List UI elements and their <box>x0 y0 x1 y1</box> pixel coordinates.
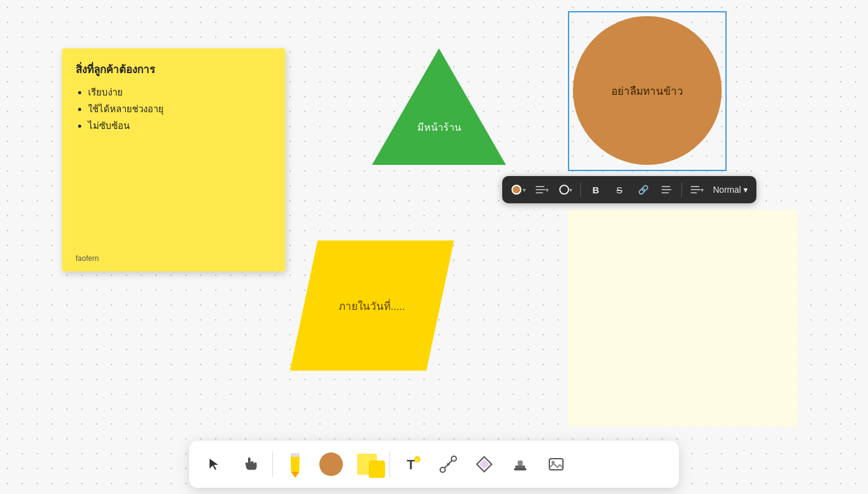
text-align-chevron: ▾ <box>701 187 704 193</box>
stamp-tool-button[interactable] <box>504 448 536 480</box>
image-tool-button[interactable] <box>540 448 572 480</box>
color-dot <box>512 185 521 195</box>
toolbar-divider-1 <box>580 182 581 197</box>
triangle-shape <box>372 48 506 165</box>
pencil-tool-button[interactable] <box>279 448 311 480</box>
svg-rect-14 <box>514 468 526 470</box>
svg-marker-0 <box>210 459 218 470</box>
svg-text:+: + <box>415 457 418 463</box>
text-align-icon <box>691 186 701 193</box>
image-icon <box>547 456 565 473</box>
bottom-toolbar-divider-2 <box>389 451 390 477</box>
parallelogram-container[interactable]: ภายในวันที่..... <box>304 240 440 371</box>
bold-icon: B <box>593 185 600 195</box>
align-button[interactable]: ▾ <box>531 179 553 201</box>
triangle-shape-container[interactable]: มีหน้าร้าน <box>372 48 506 165</box>
select-tool-button[interactable] <box>198 448 230 480</box>
parallelogram-shape: ภายในวันที่..... <box>290 240 454 371</box>
stroke-chevron: ▾ <box>569 187 572 193</box>
svg-rect-3 <box>291 453 299 457</box>
color-chevron: ▾ <box>523 187 526 193</box>
hand-tool-button[interactable] <box>234 448 266 480</box>
note-author: faofern <box>76 254 99 263</box>
mini-circle-icon <box>319 452 343 476</box>
style-dropdown[interactable]: Normal ▾ <box>709 185 751 195</box>
sticky-note-list: เรียบง่าย ใช้ได้หลายช่วงอายุ ไม่ซับซ้อน <box>76 84 272 134</box>
more-icon <box>476 456 493 473</box>
text-tool-button[interactable]: T + <box>396 448 428 480</box>
stroke-button[interactable]: ▾ <box>554 179 577 201</box>
list-icon <box>662 186 671 193</box>
bold-button[interactable]: B <box>585 179 607 201</box>
sticky-note-main[interactable]: สิ่งที่ลูกค้าต้องการ เรียบง่าย ใช้ได้หลา… <box>62 48 285 271</box>
triangle-label: มีหน้าร้าน <box>417 120 461 135</box>
text-align-button[interactable]: ▾ <box>686 179 708 201</box>
list-item: ไม่ซับซ้อน <box>88 117 272 134</box>
svg-marker-2 <box>291 472 299 478</box>
color-picker-button[interactable]: ▾ <box>507 179 529 201</box>
align-chevron: ▾ <box>546 187 549 193</box>
light-rectangle[interactable] <box>568 210 797 426</box>
link-icon: 🔗 <box>638 185 649 195</box>
svg-rect-15 <box>549 459 563 470</box>
pencil-icon <box>286 451 304 478</box>
bottom-toolbar-divider-1 <box>272 451 273 477</box>
bottom-toolbar: T + <box>189 441 679 488</box>
floating-toolbar: ▾ ▾ ▾ B S 🔗 ▾ Normal ▾ <box>502 176 756 203</box>
list-item: ใช้ได้หลายช่วงอายุ <box>88 100 272 117</box>
sticky-note-title: สิ่งที่ลูกค้าต้องการ <box>76 61 272 77</box>
svg-rect-13 <box>518 461 523 465</box>
mini-sticky2-icon <box>369 461 385 478</box>
svg-text:T: T <box>407 457 415 472</box>
circle-tool-button[interactable] <box>315 448 347 480</box>
more-tool-button[interactable] <box>468 448 500 480</box>
sticky-tool-button[interactable] <box>351 448 383 480</box>
style-label: Normal <box>713 185 741 195</box>
circle-shape-container[interactable]: อย่าลืมทานข้าว <box>573 16 722 165</box>
list-item: เรียบง่าย <box>88 84 272 100</box>
connector-tool-button[interactable] <box>432 448 464 480</box>
align-icon <box>536 186 546 193</box>
hand-icon <box>243 457 257 471</box>
strikethrough-icon: S <box>616 185 622 195</box>
stroke-icon <box>559 185 569 195</box>
svg-rect-12 <box>515 465 525 468</box>
strikethrough-button[interactable]: S <box>608 179 631 201</box>
stamp-icon <box>512 456 529 473</box>
svg-point-9 <box>447 463 450 465</box>
svg-point-8 <box>451 456 456 461</box>
link-button[interactable]: 🔗 <box>632 179 654 201</box>
text-icon: T + <box>404 456 421 473</box>
circle-label: อย่าลืมทานข้าว <box>611 82 683 99</box>
list-button[interactable] <box>655 179 678 201</box>
parallelogram-label: ภายในวันที่..... <box>339 298 405 314</box>
select-icon <box>207 457 221 471</box>
connector-icon <box>440 456 457 473</box>
toolbar-divider-2 <box>681 182 682 197</box>
style-chevron: ▾ <box>743 185 748 195</box>
circle-shape: อย่าลืมทานข้าว <box>573 16 722 165</box>
svg-point-7 <box>440 467 445 472</box>
